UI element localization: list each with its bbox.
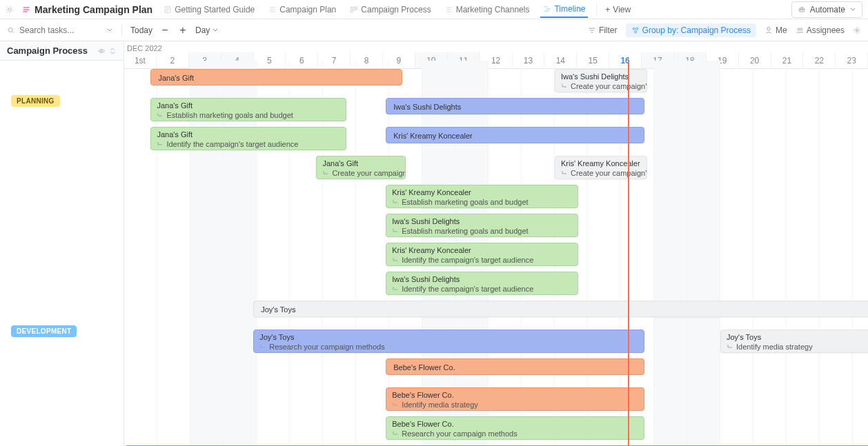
bar-title: Iwa's Sushi Delights bbox=[392, 217, 571, 225]
timeline-bar[interactable]: Jana's GiftIdentify the campaign's targe… bbox=[150, 127, 346, 150]
svg-rect-2 bbox=[23, 9, 30, 10]
sidebar-header: Campaign Process bbox=[0, 41, 124, 61]
list-title[interactable]: Marketing Campaign Plan bbox=[22, 4, 152, 15]
today-button[interactable]: Today bbox=[130, 26, 152, 35]
bar-title: Joy's Toys bbox=[259, 333, 638, 341]
subtask-icon bbox=[259, 343, 266, 350]
tab-campaign-process[interactable]: Campaign Process bbox=[347, 2, 433, 17]
timeline-bar[interactable]: Iwa's Sushi DelightsEstablish marketing … bbox=[386, 214, 578, 237]
bar-title: Iwa's Sushi Delights bbox=[392, 275, 571, 283]
svg-point-18 bbox=[856, 29, 858, 31]
automate-button[interactable]: Automate bbox=[791, 1, 862, 18]
timeline-bar[interactable]: Kris' Kreamy Koncealer bbox=[386, 127, 644, 143]
bar-title: Kris' Kreamy Koncealer bbox=[392, 246, 571, 254]
svg-point-0 bbox=[8, 8, 12, 11]
gear-icon bbox=[853, 26, 861, 34]
timeline-bars: Jana's GiftIwa's Sushi DelightsCreate yo… bbox=[124, 41, 868, 446]
sidebar-body bbox=[0, 61, 124, 446]
svg-point-10 bbox=[802, 9, 803, 10]
timeline-bar[interactable]: Joy's ToysResearch your campaign methods bbox=[253, 330, 644, 353]
bar-title: Jana's Gift bbox=[157, 130, 339, 139]
bar-subtitle: Identify the campaign's target audience bbox=[392, 256, 571, 264]
chevron-down-icon bbox=[849, 6, 856, 13]
svg-point-11 bbox=[8, 28, 12, 32]
svg-point-9 bbox=[800, 9, 801, 10]
me-button[interactable]: Me bbox=[765, 26, 787, 35]
tab-getting-started[interactable]: Getting Started Guide bbox=[161, 2, 257, 17]
tab-marketing-channels[interactable]: Marketing Channels bbox=[442, 2, 533, 17]
subtask-icon bbox=[392, 401, 399, 408]
bar-title: Bebe's Flower Co. bbox=[392, 391, 638, 399]
list-view-icon bbox=[445, 6, 453, 14]
subtask-icon bbox=[392, 256, 399, 263]
timeline-bar[interactable]: Bebe's Flower Co. bbox=[386, 358, 644, 375]
svg-point-16 bbox=[798, 28, 800, 30]
list-title-text: Marketing Campaign Plan bbox=[34, 4, 152, 15]
search-icon bbox=[7, 26, 15, 34]
timeline-bar[interactable]: Kris' Kreamy KoncealerIdentify the campa… bbox=[386, 243, 578, 266]
svg-rect-5 bbox=[351, 7, 353, 12]
chevron-down-icon bbox=[212, 27, 219, 34]
svg-point-15 bbox=[767, 27, 771, 30]
doc-icon bbox=[164, 6, 172, 14]
zoom-in-button[interactable]: + bbox=[177, 24, 188, 37]
svg-rect-1 bbox=[23, 7, 30, 8]
timeline-bar[interactable]: Bebe's Flower Co.Identify media strategy bbox=[386, 387, 644, 411]
svg-point-13 bbox=[635, 28, 638, 30]
group-label-planning[interactable]: PLANNING bbox=[11, 95, 60, 107]
filter-button[interactable]: Filter bbox=[588, 26, 618, 35]
settings-icon[interactable] bbox=[6, 6, 14, 14]
topbar: Marketing Campaign Plan Getting Started … bbox=[0, 0, 868, 19]
add-view-button[interactable]: + View bbox=[605, 5, 631, 14]
timeline-bar[interactable]: Iwa's Sushi Delights bbox=[386, 98, 644, 114]
timeline[interactable]: DEC 2022 1st2345678910111213141516171819… bbox=[124, 41, 868, 446]
collapse-all-icon[interactable] bbox=[108, 47, 117, 55]
timeline-bar[interactable]: Bebe's Flower Co.Research your campaign … bbox=[386, 416, 644, 440]
bar-title: Bebe's Flower Co. bbox=[392, 420, 638, 428]
bar-title: Jana's Gift bbox=[322, 159, 400, 168]
group-by-button[interactable]: Group by: Campaign Process bbox=[626, 23, 756, 37]
timeline-bar[interactable]: Kris' Kreamy KoncealerEstablish marketin… bbox=[386, 185, 578, 208]
timeline-bar[interactable]: Joy's ToysIdentify media strategy bbox=[720, 330, 868, 353]
tab-campaign-plan[interactable]: Campaign Plan bbox=[266, 2, 339, 17]
timeline-bar[interactable]: Joy's Toys bbox=[253, 301, 868, 317]
bar-title: Kris' Kreamy Koncealer bbox=[393, 132, 636, 140]
svg-rect-6 bbox=[354, 7, 355, 10]
assignees-button[interactable]: Assignees bbox=[796, 26, 845, 35]
tab-timeline[interactable]: Timeline bbox=[540, 1, 588, 18]
timeline-bar[interactable]: Iwa's Sushi DelightsCreate your campaign… bbox=[555, 69, 647, 92]
person-icon bbox=[765, 26, 773, 34]
bar-subtitle: Identify the campaign's target audience bbox=[392, 285, 571, 293]
subtask-icon bbox=[392, 199, 399, 205]
bar-subtitle: Create your campaign's m... bbox=[322, 169, 400, 177]
subtask-icon bbox=[392, 285, 399, 292]
timeline-bar[interactable]: Jana's Gift bbox=[150, 69, 402, 85]
subtask-icon bbox=[727, 343, 733, 350]
timeline-bar[interactable]: Iwa's Sushi DelightsIdentify the campaig… bbox=[386, 272, 578, 295]
search-input[interactable] bbox=[7, 26, 113, 35]
svg-point-19 bbox=[101, 50, 103, 52]
hide-icon[interactable] bbox=[97, 47, 106, 55]
more-settings-button[interactable] bbox=[853, 26, 861, 34]
subtask-icon bbox=[157, 141, 164, 148]
bar-title: Joy's Toys bbox=[727, 333, 868, 341]
timeline-bar[interactable]: Jana's GiftCreate your campaign's m... bbox=[316, 156, 406, 179]
bar-title: Kris' Kreamy Koncealer bbox=[392, 188, 571, 196]
subtask-icon bbox=[561, 83, 568, 90]
list-icon bbox=[22, 6, 30, 14]
timeline-bar[interactable]: Jana's GiftEstablish marketing goals and… bbox=[150, 98, 346, 121]
board-icon bbox=[350, 6, 358, 14]
timeline-bar[interactable]: Kris' Kreamy KoncealerCreate your campai… bbox=[555, 156, 647, 179]
bar-subtitle: Establish marketing goals and budget bbox=[157, 111, 339, 119]
bar-subtitle: Establish marketing goals and budget bbox=[392, 227, 571, 235]
svg-rect-3 bbox=[23, 11, 28, 12]
search-field[interactable] bbox=[19, 26, 102, 35]
chevron-down-icon[interactable] bbox=[106, 27, 113, 34]
group-label-development[interactable]: DEVELOPMENT bbox=[11, 325, 77, 337]
scale-selector[interactable]: Day bbox=[195, 26, 219, 35]
zoom-out-button[interactable]: − bbox=[159, 24, 170, 37]
svg-rect-7 bbox=[356, 7, 357, 10]
subtask-icon bbox=[392, 227, 399, 234]
timeline-icon bbox=[543, 5, 551, 13]
group-icon bbox=[631, 26, 640, 34]
